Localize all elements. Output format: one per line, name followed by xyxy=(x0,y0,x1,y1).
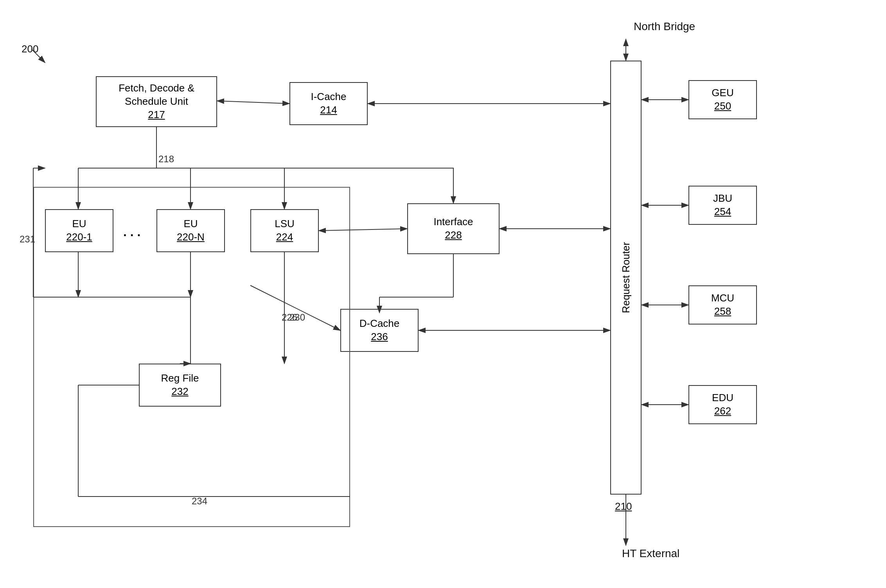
icache-block: I-Cache 214 xyxy=(289,82,368,125)
interface-block: Interface 228 xyxy=(407,203,500,254)
diagram: 200 North Bridge HT External Fetch, Deco… xyxy=(0,0,886,588)
icache-ref: 214 xyxy=(320,104,337,117)
mcu-block: MCU 258 xyxy=(688,285,757,324)
dcache-line1: D-Cache xyxy=(359,317,400,330)
dcache-block: D-Cache 236 xyxy=(340,309,419,352)
jbu-block: JBU 254 xyxy=(688,186,757,225)
svg-text:218: 218 xyxy=(158,154,174,164)
ht-external-label: HT External xyxy=(622,547,679,560)
edu-block: EDU 262 xyxy=(688,385,757,424)
interface-line1: Interface xyxy=(433,215,473,229)
mcu-ref: 258 xyxy=(714,305,731,318)
fetch-decode-ref: 217 xyxy=(148,108,165,122)
geu-ref: 250 xyxy=(714,100,731,113)
geu-block: GEU 250 xyxy=(688,80,757,119)
fetch-decode-line2: Schedule Unit xyxy=(125,95,188,108)
dcache-ref: 236 xyxy=(371,330,388,344)
icache-line1: I-Cache xyxy=(311,90,346,104)
edu-line1: EDU xyxy=(712,391,733,405)
router-label: Request Router xyxy=(620,242,632,313)
router-block: Request Router xyxy=(610,61,642,495)
edu-ref: 262 xyxy=(714,405,731,418)
fetch-decode-line1: Fetch, Decode & xyxy=(119,82,194,95)
diagram-label-200: 200 xyxy=(22,43,38,55)
geu-line1: GEU xyxy=(712,86,733,100)
jbu-ref: 254 xyxy=(714,205,731,219)
cpu-container xyxy=(33,187,350,527)
interface-ref: 228 xyxy=(445,229,462,242)
router-ref: 210 xyxy=(615,500,632,513)
jbu-line1: JBU xyxy=(713,192,732,205)
north-bridge-label: North Bridge xyxy=(634,20,695,33)
mcu-line1: MCU xyxy=(711,292,734,305)
fetch-decode-block: Fetch, Decode & Schedule Unit 217 xyxy=(96,76,217,127)
svg-line-5 xyxy=(217,101,289,104)
